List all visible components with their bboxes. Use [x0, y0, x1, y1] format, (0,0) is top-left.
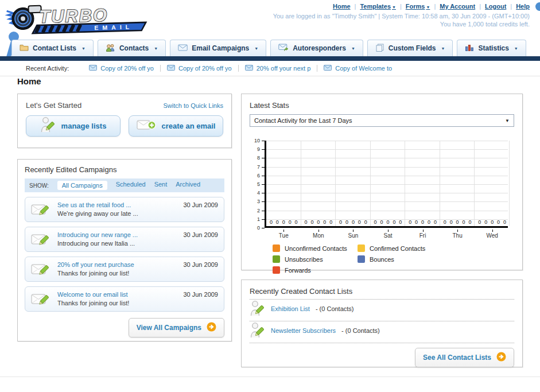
- campaign-text: Introducing our new range ...Introducing…: [57, 231, 178, 248]
- contact-list-count: - (0 Contacts): [341, 327, 380, 334]
- contact-list-name-link[interactable]: Newsletter Subscribers: [271, 327, 336, 334]
- contact-list-name-link[interactable]: Exhibition List: [271, 305, 310, 312]
- filter-archived[interactable]: Archived: [176, 181, 200, 190]
- tab-label: Statistics: [478, 44, 508, 52]
- turbo-email-home-page: TURBO EMAIL Home|Templates▼|Forms▼|My Ac…: [0, 0, 540, 392]
- recent-activity-label: Recent Activity:: [26, 65, 69, 72]
- bar-value-labels: 00000: [475, 219, 510, 225]
- filter-scheduled[interactable]: Scheduled: [116, 181, 146, 190]
- recent-activity-item[interactable]: Copy of 20% off yo: [83, 65, 160, 72]
- arrow-circle-icon: [207, 322, 216, 333]
- filter-sent[interactable]: Sent: [154, 181, 168, 190]
- bar-value: 0: [317, 219, 320, 225]
- h-gridline: [266, 149, 508, 150]
- tab-contacts[interactable]: Contacts▼: [98, 40, 166, 56]
- contact-lists-title: Recently Created Contact Lists: [250, 287, 514, 296]
- bar-value: 0: [380, 219, 383, 225]
- person-pencil-icon: [250, 322, 265, 339]
- navy-divider-bar: [0, 56, 540, 61]
- create-email-button[interactable]: create an email: [129, 115, 223, 137]
- y-tick-label: 1: [257, 216, 260, 222]
- panel-campaigns: Recently Edited Campaigns SHOW: All Camp…: [17, 159, 232, 341]
- bar-value: 0: [463, 219, 465, 225]
- campaign-item[interactable]: Welcome to our email listThanks for join…: [25, 286, 224, 312]
- tab-autoresponders[interactable]: Autoresponders▼: [270, 40, 363, 56]
- bar-value-labels: 00000: [440, 219, 475, 225]
- chart-y-axis: 109876543210: [251, 141, 265, 230]
- campaign-item[interactable]: See us at the retail food ...We're givin…: [25, 197, 224, 222]
- see-all-contact-lists-label: See All Contact Lists: [423, 354, 491, 362]
- manage-lists-button[interactable]: manage lists: [26, 115, 121, 137]
- bar-value: 0: [386, 219, 389, 225]
- bar-value-labels: 00000: [405, 219, 440, 225]
- header-link-help[interactable]: Help: [516, 3, 530, 10]
- credits-left: You have 1,000 total credits left.: [440, 21, 530, 28]
- recent-activity-items: Copy of 20% off yoCopy of 20% off yo20% …: [83, 65, 398, 72]
- recent-activity-item-label: Copy of 20% off yo: [100, 65, 154, 72]
- y-tick-label: 4: [257, 190, 260, 196]
- bar-value-labels: 00000: [266, 219, 301, 225]
- header-link-logout[interactable]: Logout: [485, 3, 506, 10]
- arrow-circle-icon: [496, 352, 506, 363]
- recent-activity-bar: Recent Activity: Copy of 20% off yoCopy …: [0, 61, 540, 76]
- chevron-down-icon: ▼: [254, 46, 258, 51]
- legend-item-bounces: Bounces: [358, 255, 442, 263]
- bar-value: 0: [339, 219, 342, 225]
- tab-label: Email Campaigns: [192, 44, 249, 52]
- v-gridline: [370, 141, 371, 226]
- bar-value: 0: [352, 219, 355, 225]
- recent-activity-item[interactable]: 20% off your next p: [238, 65, 317, 72]
- y-tick-mark: [262, 228, 265, 228]
- contact-activity-chart: 109876543210 000000000000000000000000000…: [250, 141, 514, 241]
- legend-swatch: [358, 255, 365, 263]
- h-gridline: [266, 167, 508, 168]
- tab-statistics[interactable]: Statistics▼: [457, 40, 526, 56]
- contact-list-count: - (0 Contacts): [316, 305, 354, 312]
- filter-all-campaigns[interactable]: All Campaigns: [57, 181, 107, 190]
- bar-value-labels: 00000: [336, 219, 371, 225]
- bar-value: 0: [304, 219, 307, 225]
- tab-label: Custom Fields: [389, 44, 436, 52]
- campaign-title-link[interactable]: Welcome to our email list: [57, 290, 178, 299]
- campaign-item[interactable]: 20% off your next purchaseThanks for joi…: [25, 257, 224, 282]
- footer-divider: [0, 377, 540, 377]
- chevron-down-icon: ▼: [81, 46, 86, 51]
- header-link-home[interactable]: Home: [333, 3, 351, 10]
- create-email-label: create an email: [162, 122, 216, 130]
- envelope-icon: [324, 65, 332, 72]
- turbo-email-logo[interactable]: TURBO EMAIL: [3, 1, 153, 36]
- link-separator: |: [400, 3, 402, 10]
- bar-value-labels: 00000: [301, 219, 336, 225]
- campaign-title-link[interactable]: Introducing our new range ...: [57, 231, 178, 239]
- campaign-title-link[interactable]: 20% off your next purchase: [57, 261, 178, 269]
- see-all-contact-lists-button[interactable]: See All Contact Lists: [415, 348, 514, 367]
- bar-value: 0: [399, 219, 402, 225]
- tab-label: Contacts: [119, 44, 149, 52]
- recent-activity-item[interactable]: Copy of Welcome to: [317, 65, 398, 72]
- legend-label: Forwards: [285, 267, 311, 274]
- header-link-forms[interactable]: Forms▼: [406, 3, 430, 10]
- recent-activity-item[interactable]: Copy of 20% off yo: [160, 65, 238, 72]
- bar-value: 0: [415, 219, 418, 225]
- x-tick-mark: [353, 230, 353, 232]
- chevron-down-icon: ▼: [351, 46, 355, 51]
- header-link-templates[interactable]: Templates▼: [360, 3, 396, 10]
- tab-custom-fields[interactable]: Custom Fields▼: [367, 40, 453, 56]
- login-status: You are logged in as "Timothy Smith" | S…: [273, 13, 530, 20]
- bar-value: 0: [434, 219, 437, 225]
- tab-label: Contact Lists: [33, 44, 76, 52]
- tab-email-campaigns[interactable]: Email Campaigns▼: [170, 40, 266, 56]
- campaign-item[interactable]: Introducing our new range ...Introducing…: [25, 227, 224, 252]
- x-tick-mark: [318, 230, 319, 232]
- page-title: Home: [17, 76, 41, 86]
- campaign-title-link[interactable]: See us at the retail food ...: [57, 201, 178, 209]
- link-separator: |: [434, 3, 436, 10]
- view-all-campaigns-button[interactable]: View All Campaigns: [129, 318, 224, 337]
- campaigns-title: Recently Edited Campaigns: [25, 165, 224, 174]
- tab-contact-lists[interactable]: Contact Lists▼: [11, 40, 94, 56]
- switch-to-quick-links-link[interactable]: Switch to Quick Links: [163, 102, 223, 109]
- link-separator: |: [510, 3, 512, 10]
- header-link-my-account[interactable]: My Account: [440, 3, 475, 10]
- legend-item-unsubscribes: Unsubscribes: [273, 255, 358, 263]
- stats-activity-select[interactable]: Contact Activity for the Last 7 Days ▼: [250, 114, 514, 127]
